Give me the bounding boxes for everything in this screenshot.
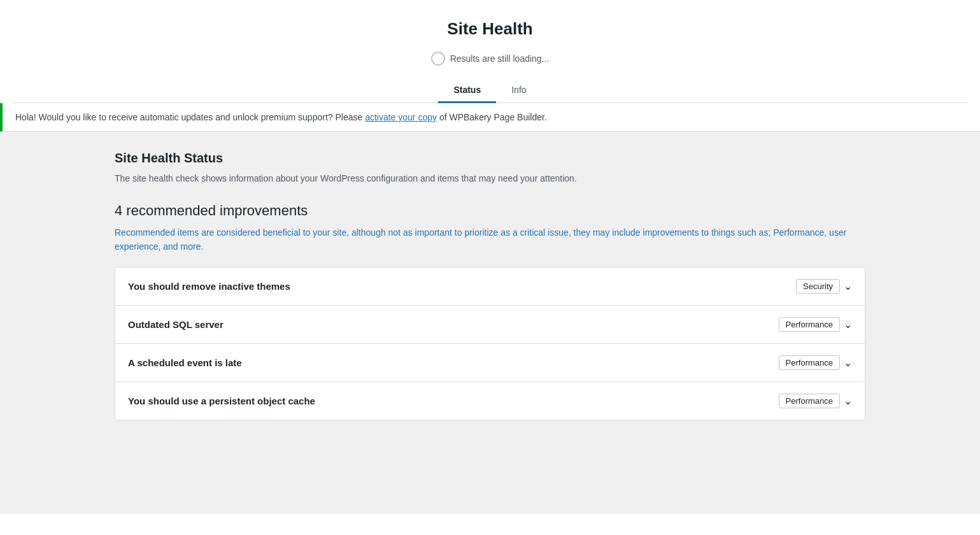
items-list: You should remove inactive themesSecurit… [115,267,865,420]
improvements-heading: 4 recommended improvements [115,203,865,219]
tab-status[interactable]: Status [438,78,496,103]
improvements-description: Recommended items are considered benefic… [115,225,865,254]
item-label: A scheduled event is late [128,357,242,368]
item-right: Performance⌄ [779,394,852,408]
item-badge: Security [796,279,840,294]
list-item: A scheduled event is latePerformance⌄ [115,344,865,382]
item-badge: Performance [779,394,840,408]
chevron-down-icon[interactable]: ⌄ [844,395,852,407]
main-content: Site Health Status The site health check… [0,132,980,514]
page-wrapper: Site Health Results are still loading...… [0,0,980,535]
list-item: You should use a persistent object cache… [115,382,865,420]
list-item: Outdated SQL serverPerformance⌄ [115,306,865,344]
item-label: Outdated SQL server [128,319,224,330]
notification-link[interactable]: activate your copy [365,112,437,122]
item-label: You should use a persistent object cache [128,396,315,406]
chevron-down-icon[interactable]: ⌄ [844,280,852,292]
status-section-title: Site Health Status [115,151,865,166]
list-item: You should remove inactive themesSecurit… [115,268,865,306]
tab-info[interactable]: Info [496,78,541,103]
page-title: Site Health [13,19,967,39]
notification-text-after: of WPBakery Page Builder. [437,112,547,122]
loading-text: Results are still loading... [450,54,550,64]
notification-text-before: Hola! Would you like to receive automati… [15,112,365,122]
status-section-description: The site health check shows information … [115,173,865,183]
header-section: Site Health Results are still loading...… [0,0,980,103]
loading-circle-icon [431,52,445,66]
item-right: Security⌄ [796,279,852,294]
item-label: You should remove inactive themes [128,281,290,292]
item-badge: Performance [779,355,840,370]
loading-indicator: Results are still loading... [13,52,967,66]
tabs-container: Status Info [13,78,967,103]
item-right: Performance⌄ [779,355,852,370]
chevron-down-icon[interactable]: ⌄ [844,318,852,331]
item-right: Performance⌄ [779,317,852,332]
item-badge: Performance [779,317,840,332]
chevron-down-icon[interactable]: ⌄ [844,357,852,369]
notification-bar: Hola! Would you like to receive automati… [0,103,980,132]
